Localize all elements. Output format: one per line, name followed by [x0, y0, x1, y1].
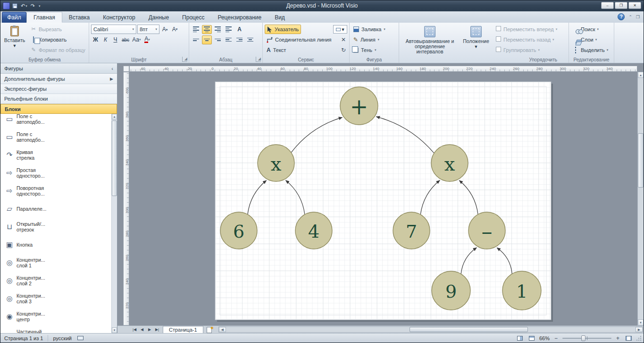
shape-item[interactable]: ◎Концентри...слой 2: [0, 272, 56, 290]
text-tool-button[interactable]: АТекст: [265, 45, 288, 55]
position-button[interactable]: Положение▾: [460, 24, 492, 54]
shape-item[interactable]: ◔Частичныйслой 1: [0, 326, 56, 333]
format-painter-button[interactable]: ✎Формат по образцу: [29, 45, 87, 55]
text-direction-button[interactable]: А: [234, 25, 244, 34]
shadow-button[interactable]: Тень▾: [351, 45, 378, 55]
shape-item[interactable]: ◎Концентри...слой 1: [0, 254, 56, 272]
shape-item[interactable]: ▣Кнопка: [0, 236, 56, 254]
zoom-slider-thumb[interactable]: [581, 335, 585, 341]
align-top-button[interactable]: [191, 35, 201, 44]
layers-button[interactable]: Слои▾: [571, 34, 612, 44]
rotate-tool-icon[interactable]: ↻: [340, 47, 347, 53]
tab-review[interactable]: Рецензирование: [211, 12, 268, 23]
insert-page-button[interactable]: [205, 326, 214, 333]
collapse-panel-button[interactable]: ‹: [111, 66, 113, 71]
zoom-out-button[interactable]: −: [553, 335, 559, 342]
tree-node[interactable]: –: [468, 212, 505, 249]
fill-button[interactable]: Заливка▾: [351, 25, 387, 34]
decrease-indent-button[interactable]: [224, 35, 234, 44]
stencil-quick-shapes[interactable]: Экспресс-фигуры: [0, 84, 117, 94]
shape-item[interactable]: ◎Концентри...слой 3: [0, 290, 56, 308]
shape-item[interactable]: ▭Поле савтоподбо...: [0, 114, 56, 128]
switch-windows-icon[interactable]: [527, 334, 536, 342]
pan-zoom-icon[interactable]: [516, 334, 524, 342]
grow-font-button[interactable]: А▴: [160, 25, 169, 34]
zoom-in-button[interactable]: +: [615, 335, 621, 342]
tab-home[interactable]: Главная: [26, 12, 62, 23]
horizontal-scrollbar[interactable]: ◀ ▶: [218, 326, 643, 333]
next-page-button[interactable]: ▶: [146, 326, 153, 333]
tree-node[interactable]: 4: [295, 212, 332, 249]
stencil-blocks[interactable]: Блоки: [0, 104, 117, 114]
page-tab[interactable]: Страница-1: [163, 326, 203, 333]
tab-view[interactable]: Вид: [268, 12, 292, 23]
cut-button[interactable]: ✂Вырезать: [29, 24, 87, 34]
last-page-button[interactable]: ▶|: [153, 326, 161, 333]
font-color-button[interactable]: А▾: [142, 35, 151, 44]
vertical-scroll-thumb[interactable]: [638, 133, 644, 188]
maximize-button[interactable]: ❐: [615, 2, 627, 9]
scroll-up-button[interactable]: ▲: [112, 114, 117, 120]
tab-data[interactable]: Данные: [142, 12, 176, 23]
tree-node[interactable]: x: [431, 145, 468, 181]
line-spacing-button[interactable]: [245, 35, 255, 44]
qat-customize-button[interactable]: ▾: [37, 2, 42, 10]
app-icon[interactable]: [3, 2, 10, 9]
shape-item[interactable]: ⇨Простаяодносторо...: [0, 164, 56, 182]
shape-item[interactable]: ◉Концентри...центр: [0, 308, 56, 326]
stencil-raised-blocks[interactable]: Рельефные блоки: [0, 94, 117, 104]
v-ruler[interactable]: 400380360340320300280260240220: [123, 72, 129, 326]
select-button[interactable]: Выделить▾: [571, 45, 612, 55]
window-restore-icon[interactable]: ❐: [636, 15, 640, 19]
resize-grip[interactable]: [636, 335, 642, 341]
previous-page-button[interactable]: ◀: [138, 326, 146, 333]
tab-design[interactable]: Конструктор: [96, 12, 142, 23]
fit-page-icon[interactable]: [624, 334, 633, 342]
zoom-level[interactable]: 66%: [539, 335, 550, 341]
italic-button[interactable]: К: [101, 35, 110, 44]
h-ruler[interactable]: -60-40-200204060801001201401601802002202…: [129, 66, 637, 72]
first-page-button[interactable]: |◀: [131, 326, 138, 333]
tab-insert[interactable]: Вставка: [62, 12, 97, 23]
shape-item[interactable]: ▱Параллеле...: [0, 200, 56, 218]
language-status[interactable]: русский: [53, 335, 71, 341]
align-right-button[interactable]: [213, 25, 223, 34]
connection-point-tool-icon[interactable]: ✕: [340, 36, 347, 43]
undo-button[interactable]: ↶▾: [20, 2, 28, 10]
more-shapes-item[interactable]: Дополнительные фигуры▶: [0, 74, 117, 84]
scroll-down-button[interactable]: ▼: [112, 327, 117, 333]
redo-button[interactable]: ↷: [30, 2, 36, 10]
auto-align-button[interactable]: Автовыравнивание иопределение интервалов: [401, 24, 459, 54]
shape-item[interactable]: ⇨Поворотнаяодносторо...: [0, 182, 56, 200]
scroll-down-button[interactable]: ▼: [638, 319, 644, 326]
align-middle-button[interactable]: [202, 35, 212, 44]
increase-indent-button[interactable]: [234, 35, 244, 44]
pointer-tool-button[interactable]: Указатель: [265, 25, 301, 34]
minimize-button[interactable]: –: [601, 2, 614, 9]
bring-forward-button[interactable]: Переместить вперед▾: [493, 24, 559, 34]
tab-file[interactable]: Файл: [2, 12, 26, 23]
strikethrough-button[interactable]: abc: [121, 35, 130, 44]
paste-button[interactable]: Вставить ▾: [2, 24, 27, 54]
drawing-viewport[interactable]: +xx647–91: [129, 72, 637, 326]
align-bottom-button[interactable]: [213, 35, 223, 44]
copy-button[interactable]: Копировать: [29, 34, 87, 44]
shape-item[interactable]: ▭Поле савтоподбо...: [0, 128, 56, 146]
page-status[interactable]: Страница 1 из 1: [4, 335, 43, 341]
scroll-right-button[interactable]: ▶: [636, 327, 643, 332]
change-case-button[interactable]: Аа▾: [131, 35, 142, 44]
tree-node[interactable]: x: [258, 145, 294, 181]
shapes-panel-scrollbar[interactable]: ▲ ▼: [111, 114, 117, 333]
zoom-slider[interactable]: [562, 335, 611, 342]
tree-node[interactable]: 9: [432, 271, 470, 310]
tree-node[interactable]: 6: [220, 212, 257, 249]
tree-node[interactable]: 7: [393, 212, 430, 249]
horizontal-scroll-thumb[interactable]: [410, 327, 528, 332]
align-left-button[interactable]: [191, 25, 201, 34]
font-family-select[interactable]: Calibri▾: [91, 25, 136, 34]
shape-tool-select[interactable]: ▾: [333, 25, 347, 34]
shape-item[interactable]: ⊔Открытый/...отрезок: [0, 218, 56, 236]
line-button[interactable]: ✎Линия▾: [351, 35, 381, 44]
tree-node[interactable]: +: [340, 87, 378, 125]
minimize-ribbon-icon[interactable]: ⌃: [628, 15, 632, 19]
